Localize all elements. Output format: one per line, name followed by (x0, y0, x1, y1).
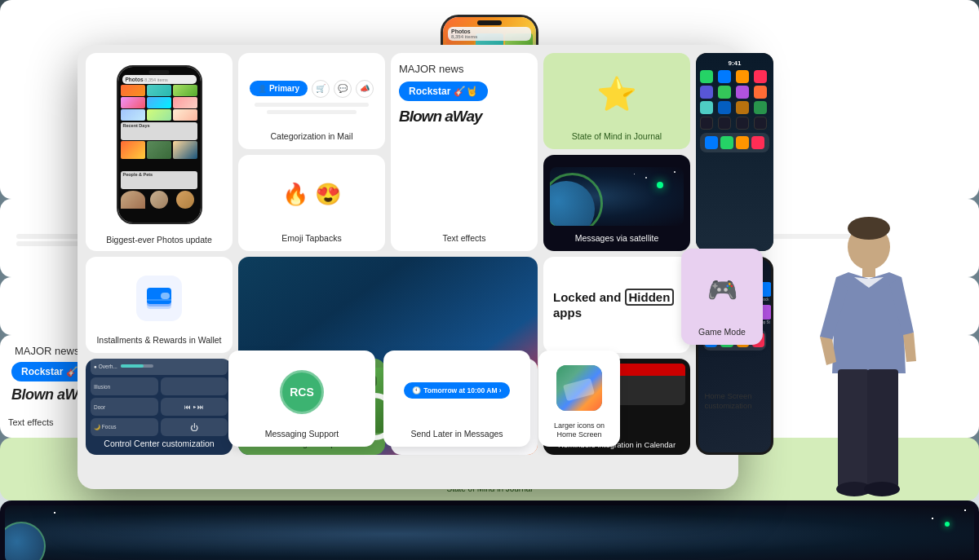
wallet-container (136, 276, 182, 321)
stateofmind-star: ⭐ (596, 75, 637, 113)
primary-tab-main: 👤 Primary (250, 81, 308, 96)
texteffects-card-main: MAJOR news Rockstar 🎸🤘 Blown aWay Text e… (391, 53, 538, 251)
satellite-dot (945, 522, 950, 527)
hidden-badge: Hidden (625, 289, 675, 306)
sendlater-label-float: Send Later in Messages (410, 429, 503, 440)
satellite-earth (5, 522, 46, 560)
satellite-scene (550, 167, 684, 226)
control-label-main: Control Center customization (104, 439, 214, 450)
mail-icon-promo: 📣 (356, 80, 374, 98)
satellite-card-main: Messages via satellite (543, 155, 690, 251)
mail-tabs-main: 👤 Primary 🛒 💬 📣 (250, 80, 374, 98)
photos-label-main: Biggest-ever Photos update (103, 231, 215, 251)
control-card-main: ● Overh... Illusion Door ⏮ ▶ ⏭ 🌙 Focus ⏻… (86, 359, 233, 455)
rcs-circle: RCS (280, 370, 324, 414)
rcs-label-float: Messaging Support (265, 429, 339, 440)
presenter-container (804, 210, 934, 523)
sendlater-card-float: 🕙 Tomorrow at 10:00 AM › Send Later in M… (383, 351, 530, 447)
control-item-door: Door (91, 398, 158, 416)
control-grid-main: ● Overh... Illusion Door ⏮ ▶ ⏭ 🌙 Focus ⏻ (91, 359, 228, 436)
svg-point-15 (864, 482, 900, 496)
maps-icon (556, 365, 602, 411)
svg-rect-7 (161, 293, 170, 299)
texteffects-label-main: Text effects (399, 233, 529, 245)
gamemode-label: Game Mode (698, 327, 746, 338)
svg-rect-11 (862, 266, 875, 277)
rockstar-bubble-main: Rockstar 🎸🤘 (399, 82, 488, 101)
control-item-overh: ● Overh... (91, 359, 228, 375)
rcs-card-float: RCS Messaging Support (228, 351, 375, 447)
svg-point-10 (848, 217, 890, 240)
homescreen-phone-card: 9:41 (696, 53, 773, 251)
blown-away-main: Blown aWay (399, 108, 482, 126)
texteffects-label: Text effects (8, 417, 53, 428)
control-item-power: ⏻ (161, 418, 228, 436)
svg-rect-13 (867, 369, 898, 487)
mail-label-main: Categorization in Mail (271, 131, 353, 143)
svg-rect-8 (147, 299, 171, 301)
homescreen-custom-label: Home Screen customization (689, 391, 767, 412)
svg-rect-12 (838, 369, 869, 487)
phone-main: Photos 8,354 items Recent Days (117, 65, 202, 224)
installments-card-main: Installments & Rewards in Wallet (86, 257, 233, 353)
control-item-empty (161, 377, 228, 395)
photos-title: Photos (451, 29, 471, 34)
satellite-label-main: Messages via satellite (575, 233, 659, 245)
sendlater-pill: 🕙 Tomorrow at 10:00 AM › (404, 382, 509, 399)
installments-label-main: Installments & Rewards in Wallet (96, 335, 221, 346)
locked-card-main: Locked and Hidden apps (543, 257, 690, 353)
stateofmind-card-main: ⭐ State of Mind in Journal (543, 53, 690, 149)
major-news-main: MAJOR news (399, 63, 529, 75)
mail-icon-cart: 🛒 (312, 80, 330, 98)
locked-title-main: Locked and Hidden apps (553, 289, 680, 321)
mail-card-main: 👤 Primary 🛒 💬 📣 Categorization in Mail (238, 53, 385, 149)
phone-header: Photos 8,354 items (448, 27, 531, 41)
gamemode-card-float: 🎮 Game Mode (681, 249, 763, 345)
emoji-card-main: 🔥 😍 Emoji Tapbacks (238, 155, 385, 251)
emoji-label-main: Emoji Tapbacks (281, 233, 341, 245)
gamepad-emoji: 🎮 (707, 276, 738, 304)
wallet-icon-svg (145, 284, 173, 312)
mail-icon-chat: 💬 (334, 80, 352, 98)
largericons-label-float: Larger icons on Home Screen (545, 421, 614, 440)
presenter-svg (804, 210, 934, 520)
control-item-illusion: Illusion (91, 377, 158, 395)
stateofmind-label-main: State of Mind in Journal (572, 131, 662, 143)
emoji-display: 🔥 😍 (282, 182, 340, 207)
photos-card-main: Photos 8,354 items Recent Days (86, 53, 233, 251)
control-item-focus: 🌙 Focus (91, 418, 158, 436)
control-item-play: ⏮ ▶ ⏭ (161, 398, 228, 416)
phone-notch (477, 20, 502, 25)
rockstar-text-main: Rockstar 🎸🤘 (409, 86, 478, 97)
largericons-card-float: Larger icons on Home Screen (538, 351, 620, 447)
